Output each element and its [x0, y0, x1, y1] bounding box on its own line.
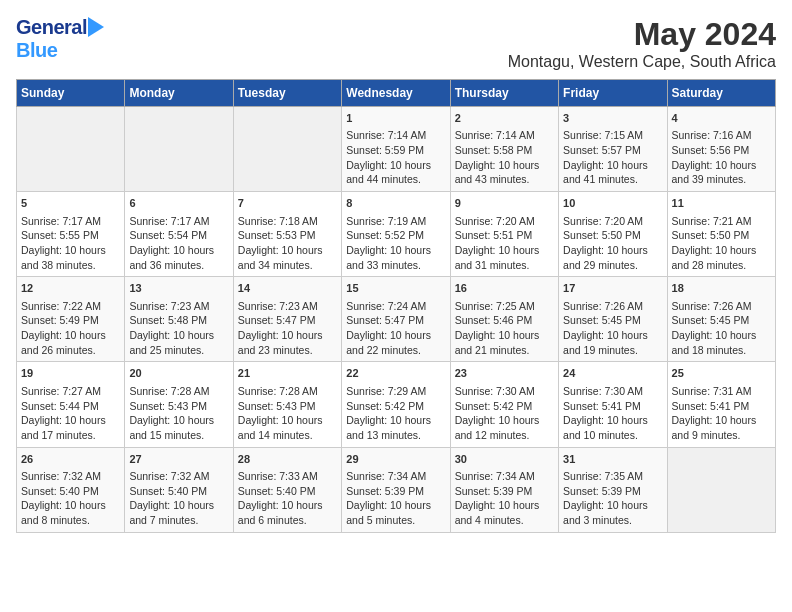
day-cell: [233, 107, 341, 192]
day-info: Sunrise: 7:34 AM: [455, 469, 554, 484]
day-info: Sunset: 5:47 PM: [238, 313, 337, 328]
week-row-3: 12Sunrise: 7:22 AMSunset: 5:49 PMDayligh…: [17, 277, 776, 362]
day-info: and 17 minutes.: [21, 428, 120, 443]
header: General Blue May 2024 Montagu, Western C…: [16, 16, 776, 71]
day-info: Sunrise: 7:20 AM: [455, 214, 554, 229]
day-info: Daylight: 10 hours: [21, 328, 120, 343]
day-info: Sunrise: 7:19 AM: [346, 214, 445, 229]
day-cell: 10Sunrise: 7:20 AMSunset: 5:50 PMDayligh…: [559, 192, 667, 277]
day-number: 24: [563, 366, 662, 381]
day-info: Daylight: 10 hours: [672, 328, 771, 343]
column-header-monday: Monday: [125, 80, 233, 107]
day-cell: 9Sunrise: 7:20 AMSunset: 5:51 PMDaylight…: [450, 192, 558, 277]
day-number: 9: [455, 196, 554, 211]
day-info: Sunrise: 7:14 AM: [346, 128, 445, 143]
day-info: Daylight: 10 hours: [346, 158, 445, 173]
day-info: and 15 minutes.: [129, 428, 228, 443]
day-info: Sunset: 5:56 PM: [672, 143, 771, 158]
day-info: Daylight: 10 hours: [563, 158, 662, 173]
day-cell: [17, 107, 125, 192]
day-info: Daylight: 10 hours: [238, 243, 337, 258]
day-cell: 1Sunrise: 7:14 AMSunset: 5:59 PMDaylight…: [342, 107, 450, 192]
day-info: Sunset: 5:50 PM: [563, 228, 662, 243]
day-info: and 28 minutes.: [672, 258, 771, 273]
day-number: 28: [238, 452, 337, 467]
day-info: Daylight: 10 hours: [563, 413, 662, 428]
day-info: Daylight: 10 hours: [346, 328, 445, 343]
day-info: Daylight: 10 hours: [563, 243, 662, 258]
day-info: Sunset: 5:52 PM: [346, 228, 445, 243]
day-cell: 5Sunrise: 7:17 AMSunset: 5:55 PMDaylight…: [17, 192, 125, 277]
day-number: 17: [563, 281, 662, 296]
day-info: Sunset: 5:43 PM: [129, 399, 228, 414]
week-row-4: 19Sunrise: 7:27 AMSunset: 5:44 PMDayligh…: [17, 362, 776, 447]
day-info: Daylight: 10 hours: [563, 498, 662, 513]
day-info: Sunset: 5:50 PM: [672, 228, 771, 243]
day-info: Sunrise: 7:25 AM: [455, 299, 554, 314]
day-info: Sunrise: 7:15 AM: [563, 128, 662, 143]
day-info: Sunset: 5:46 PM: [455, 313, 554, 328]
day-cell: 29Sunrise: 7:34 AMSunset: 5:39 PMDayligh…: [342, 447, 450, 532]
day-info: and 29 minutes.: [563, 258, 662, 273]
day-info: Sunrise: 7:32 AM: [21, 469, 120, 484]
day-number: 5: [21, 196, 120, 211]
day-info: and 25 minutes.: [129, 343, 228, 358]
day-info: Sunrise: 7:30 AM: [563, 384, 662, 399]
subtitle: Montagu, Western Cape, South Africa: [508, 53, 776, 71]
week-row-1: 1Sunrise: 7:14 AMSunset: 5:59 PMDaylight…: [17, 107, 776, 192]
day-info: and 38 minutes.: [21, 258, 120, 273]
day-info: Daylight: 10 hours: [455, 158, 554, 173]
day-number: 4: [672, 111, 771, 126]
day-info: Sunrise: 7:28 AM: [238, 384, 337, 399]
day-number: 31: [563, 452, 662, 467]
day-info: Daylight: 10 hours: [672, 243, 771, 258]
day-cell: 19Sunrise: 7:27 AMSunset: 5:44 PMDayligh…: [17, 362, 125, 447]
day-info: and 12 minutes.: [455, 428, 554, 443]
day-info: Sunrise: 7:14 AM: [455, 128, 554, 143]
day-info: Sunrise: 7:20 AM: [563, 214, 662, 229]
day-cell: 27Sunrise: 7:32 AMSunset: 5:40 PMDayligh…: [125, 447, 233, 532]
day-number: 2: [455, 111, 554, 126]
day-info: Sunrise: 7:24 AM: [346, 299, 445, 314]
day-info: and 13 minutes.: [346, 428, 445, 443]
title-area: May 2024 Montagu, Western Cape, South Af…: [508, 16, 776, 71]
day-info: Sunset: 5:44 PM: [21, 399, 120, 414]
day-info: Sunrise: 7:22 AM: [21, 299, 120, 314]
day-info: Daylight: 10 hours: [672, 413, 771, 428]
day-info: Sunset: 5:51 PM: [455, 228, 554, 243]
day-info: and 23 minutes.: [238, 343, 337, 358]
day-info: Daylight: 10 hours: [238, 328, 337, 343]
day-number: 29: [346, 452, 445, 467]
day-cell: 18Sunrise: 7:26 AMSunset: 5:45 PMDayligh…: [667, 277, 775, 362]
day-info: Daylight: 10 hours: [346, 498, 445, 513]
day-info: Sunset: 5:47 PM: [346, 313, 445, 328]
day-cell: 30Sunrise: 7:34 AMSunset: 5:39 PMDayligh…: [450, 447, 558, 532]
day-info: Sunset: 5:55 PM: [21, 228, 120, 243]
day-info: Sunset: 5:53 PM: [238, 228, 337, 243]
day-info: and 31 minutes.: [455, 258, 554, 273]
week-row-5: 26Sunrise: 7:32 AMSunset: 5:40 PMDayligh…: [17, 447, 776, 532]
day-info: Sunrise: 7:16 AM: [672, 128, 771, 143]
day-info: Daylight: 10 hours: [455, 328, 554, 343]
day-cell: 16Sunrise: 7:25 AMSunset: 5:46 PMDayligh…: [450, 277, 558, 362]
logo: General Blue: [16, 16, 104, 62]
day-info: Daylight: 10 hours: [129, 498, 228, 513]
day-cell: 2Sunrise: 7:14 AMSunset: 5:58 PMDaylight…: [450, 107, 558, 192]
day-cell: 20Sunrise: 7:28 AMSunset: 5:43 PMDayligh…: [125, 362, 233, 447]
day-info: and 22 minutes.: [346, 343, 445, 358]
day-info: Sunset: 5:39 PM: [455, 484, 554, 499]
header-row: SundayMondayTuesdayWednesdayThursdayFrid…: [17, 80, 776, 107]
day-info: Sunrise: 7:18 AM: [238, 214, 337, 229]
day-number: 23: [455, 366, 554, 381]
day-info: Daylight: 10 hours: [21, 498, 120, 513]
day-cell: 13Sunrise: 7:23 AMSunset: 5:48 PMDayligh…: [125, 277, 233, 362]
day-info: Daylight: 10 hours: [129, 413, 228, 428]
day-info: Sunrise: 7:17 AM: [21, 214, 120, 229]
day-cell: 7Sunrise: 7:18 AMSunset: 5:53 PMDaylight…: [233, 192, 341, 277]
day-info: Sunrise: 7:17 AM: [129, 214, 228, 229]
day-info: Daylight: 10 hours: [346, 413, 445, 428]
day-number: 12: [21, 281, 120, 296]
day-info: Sunset: 5:40 PM: [238, 484, 337, 499]
day-info: Sunset: 5:41 PM: [672, 399, 771, 414]
day-info: and 5 minutes.: [346, 513, 445, 528]
